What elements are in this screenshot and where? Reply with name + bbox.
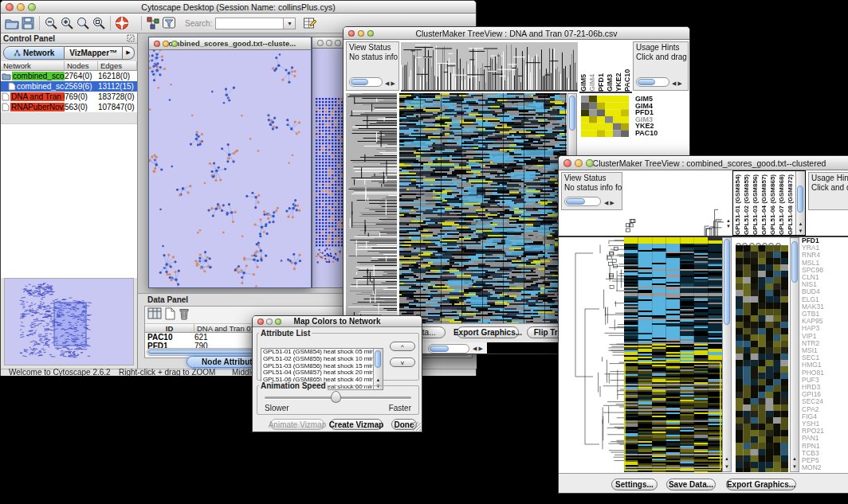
network-overview-panel[interactable] — [4, 278, 134, 365]
dialog-titlebar[interactable]: Map Colors to Network — [253, 316, 422, 327]
scroll-up-arrow[interactable]: ▲ — [723, 456, 731, 462]
treeview2-titlebar[interactable]: ClusterMaker TreeView : combined_scores_… — [559, 156, 848, 170]
scroll-down-arrow[interactable]: ▼ — [791, 464, 799, 470]
animate-vizmap-button[interactable]: Animate Vizmap — [270, 419, 324, 430]
scroll-thumb[interactable] — [566, 198, 585, 205]
col-header-nodes[interactable]: Nodes — [65, 61, 98, 71]
network-view-canvas-2[interactable] — [312, 49, 344, 287]
scroll-thumb[interactable] — [351, 79, 368, 85]
treeview1-mini-heatmap[interactable] — [581, 96, 629, 137]
settings-button[interactable]: Settings... — [611, 479, 658, 490]
treeview1-titlebar[interactable]: ClusterMaker TreeView : DNA and Tran 07-… — [344, 27, 689, 40]
scroll-thumb[interactable] — [430, 346, 449, 352]
network-row[interactable]: combined_scores 2764(0) 16218(0) — [1, 71, 137, 81]
scroll-up-arrow[interactable]: ▲ — [374, 377, 383, 383]
treeview2-column-dendrogram[interactable] — [624, 170, 724, 236]
data-col-id[interactable]: ID — [145, 324, 194, 333]
network-row[interactable]: DNA and Tran 07 769(0) 183728(0) — [1, 92, 137, 102]
col-header-network[interactable]: Network — [1, 61, 65, 71]
speed-slider-thumb[interactable] — [331, 391, 341, 403]
scroll-up-arrow[interactable]: ▲ — [796, 221, 805, 227]
treeview2-selection-heatmap[interactable] — [736, 245, 788, 472]
column-labels-scrollbar[interactable]: ▲ ▼ — [795, 171, 805, 235]
scroll-thumb[interactable] — [638, 79, 655, 85]
network-view-canvas-1[interactable] — [149, 50, 311, 287]
minimize-button[interactable] — [266, 318, 273, 325]
tab-network[interactable]: Network — [3, 46, 65, 60]
scroll-arrows[interactable]: ◀▶ — [672, 79, 684, 88]
view-status-scrollbar[interactable] — [564, 197, 601, 206]
delete-attribute-icon[interactable] — [179, 307, 190, 323]
scroll-arrows[interactable]: ◀▶ — [473, 346, 485, 352]
network-overview-canvas[interactable] — [5, 279, 133, 365]
tab-overflow-arrow[interactable]: ▶ — [123, 46, 135, 60]
network-row-selected[interactable]: combined_sco 2569(6) 13112(15) — [1, 81, 137, 92]
treeview1-hscrollbar[interactable] — [428, 344, 469, 354]
view-status-scrollbar[interactable] — [349, 77, 383, 87]
minimize-button[interactable] — [17, 3, 25, 11]
move-attribute-down-button[interactable]: v — [390, 357, 415, 367]
zoom-button[interactable] — [586, 159, 594, 167]
scroll-down-arrow[interactable]: ▼ — [796, 229, 805, 234]
search-input[interactable] — [215, 18, 284, 29]
treeview2-selection-vscrollbar[interactable]: ▲ ▼ — [790, 237, 799, 472]
create-vizmap-button[interactable]: Create Vizmap — [330, 419, 383, 430]
close-button[interactable] — [257, 318, 264, 325]
treeview2-vscrollbar[interactable]: ▲ ▼ — [722, 237, 732, 472]
zoom-selected-button[interactable] — [75, 15, 91, 31]
attribute-list-scrollbar[interactable]: ▲ ▼ — [373, 349, 383, 389]
main-titlebar[interactable]: Cytoscape Desktop (Session Name: collins… — [1, 1, 476, 14]
treeview1-heatmap[interactable] — [399, 93, 567, 340]
close-button[interactable] — [348, 30, 355, 37]
move-attribute-up-button[interactable]: ^ — [390, 342, 415, 351]
open-session-button[interactable] — [4, 15, 20, 31]
export-graphics-button[interactable]: Export Graphics... — [457, 326, 519, 338]
zoom-button[interactable] — [367, 30, 374, 37]
scroll-up-arrow[interactable]: ▲ — [791, 456, 799, 462]
minimize-button[interactable] — [326, 40, 332, 46]
zoom-fit-button[interactable] — [91, 15, 107, 31]
save-session-button[interactable] — [20, 15, 36, 31]
scroll-thumb[interactable] — [791, 241, 798, 283]
new-attribute-icon[interactable] — [165, 307, 175, 323]
scroll-thumb[interactable] — [375, 350, 381, 368]
zoom-button[interactable] — [335, 40, 341, 46]
column-label: GPL51-08 (GSM872) — [787, 171, 795, 235]
treeview2-heatmap[interactable] — [624, 237, 722, 472]
filter-button[interactable] — [161, 15, 177, 31]
minimize-button[interactable] — [575, 159, 583, 167]
zoom-button[interactable] — [171, 41, 178, 47]
save-data-button[interactable]: Save Data... — [666, 479, 716, 490]
select-attributes-icon[interactable] — [147, 307, 162, 323]
scroll-thumb[interactable] — [724, 239, 730, 325]
treeview2-row-dendrogram[interactable] — [561, 237, 624, 472]
usage-hints-scrollbar[interactable] — [636, 77, 669, 87]
close-button[interactable] — [317, 40, 324, 46]
treeview1-column-dendrogram[interactable] — [401, 42, 578, 92]
zoom-button[interactable] — [275, 318, 281, 325]
float-panel-icon[interactable] — [127, 31, 135, 45]
export-graphics-button[interactable]: Export Graphics... — [726, 479, 796, 490]
help-lifering-button[interactable] — [114, 15, 130, 31]
close-button[interactable] — [154, 41, 160, 47]
vizmapper-button[interactable] — [145, 15, 161, 31]
scroll-thumb[interactable] — [797, 186, 803, 213]
col-header-edges[interactable]: Edges — [98, 61, 137, 71]
zoom-button[interactable] — [28, 3, 36, 11]
attribute-editor-button[interactable] — [302, 15, 318, 31]
treeview1-row-dendrogram[interactable] — [346, 93, 397, 340]
tab-vizmapper[interactable]: VizMapper™ — [65, 46, 123, 60]
minimize-button[interactable] — [163, 41, 169, 47]
resize-grip[interactable] — [412, 422, 421, 431]
zoom-in-button[interactable] — [59, 15, 75, 31]
zoom-out-button[interactable] — [43, 15, 59, 31]
scroll-thumb[interactable] — [569, 96, 575, 131]
search-dropdown-button[interactable]: ▼ — [284, 18, 296, 29]
minimize-button[interactable] — [358, 30, 364, 37]
close-button[interactable] — [6, 3, 14, 11]
close-button[interactable] — [563, 159, 571, 167]
network-row[interactable]: RNAPuberNov2+ 563(0) 107847(0) — [1, 102, 137, 112]
scroll-down-arrow[interactable]: ▼ — [723, 464, 731, 470]
scroll-arrows[interactable]: ◀▶ — [385, 79, 397, 88]
scroll-arrows[interactable]: ◀▶ — [604, 198, 616, 208]
